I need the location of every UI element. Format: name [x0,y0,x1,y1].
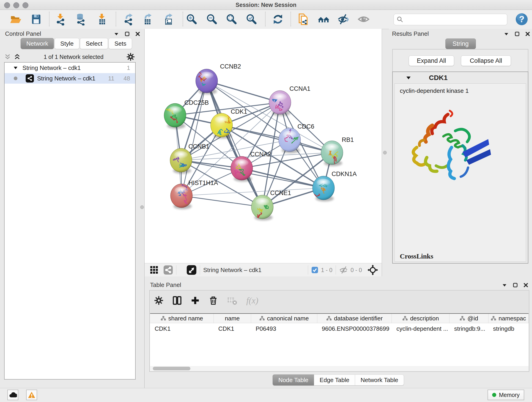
network-node-CCNB2[interactable] [196,69,218,95]
float-panel-icon[interactable] [515,32,520,36]
right-splitter-handle[interactable] [383,151,387,154]
collapse-gene-icon[interactable] [406,75,411,80]
network-edge-HIST1H1A-CCNE1[interactable] [181,196,262,207]
selected-checkbox-icon[interactable] [311,267,318,274]
duplicate-network-button[interactable] [297,13,310,26]
column-header-database-identifier[interactable]: database identifier [317,314,392,323]
export-image-button[interactable] [162,13,176,26]
network-row[interactable]: String Network – cdk1 11 48 [5,73,135,84]
node-label-RB1: RB1 [342,136,354,143]
scrollbar-thumb[interactable] [153,367,190,370]
zoom-in-button[interactable] [185,13,198,26]
close-panel-icon[interactable] [523,283,528,288]
first-neighbors-button[interactable] [317,13,330,26]
network-node-CDC25B[interactable] [164,103,186,129]
table-cell[interactable]: CDK1 [214,323,251,334]
tab-sets[interactable]: Sets [109,38,132,49]
save-session-button[interactable] [30,13,43,26]
network-view-canvas[interactable]: CCNB2CCNA1CDC25BCDK1CDC6RB1CCNB1CCNA2CDK… [145,29,382,263]
tab-node-table[interactable]: Node Table [273,375,314,385]
tab-select[interactable]: Select [80,38,108,49]
table-panel-splitter[interactable] [145,276,532,281]
network-edge-CCNB2-CCNE1[interactable] [207,81,262,207]
column-header-description[interactable]: description [392,314,450,323]
grid-view-icon[interactable] [150,265,159,274]
memory-button[interactable]: Memory [488,390,524,400]
network-view-title: String Network – cdk1 [203,267,261,274]
zoom-fit-button[interactable] [225,13,238,26]
column-header-namespac[interactable]: namespac [488,314,529,323]
warnings-button[interactable] [26,390,37,400]
zoom-out-button[interactable] [205,13,219,26]
network-node-CCNA1[interactable] [269,90,291,116]
network-node-HIST1H1A[interactable] [171,184,192,209]
table-cell[interactable]: cyclin-dependent ... [392,323,450,334]
network-node-CDKN1A[interactable] [310,176,335,201]
network-node-CCNA2[interactable] [231,156,253,182]
table-cell[interactable]: stringdb:9... [450,323,488,334]
table-cell[interactable]: 9606.ENSP00000378699 [317,323,392,334]
zoom-selected-button[interactable] [245,13,258,26]
expand-all-icon[interactable] [14,53,21,60]
close-panel-icon[interactable] [135,32,140,36]
show-columns-icon[interactable] [172,296,182,305]
table-gear-icon[interactable] [154,296,163,305]
close-panel-icon[interactable] [525,32,530,36]
left-splitter-handle[interactable] [140,205,144,209]
gear-icon[interactable] [127,53,135,61]
goto-network-icon[interactable] [186,265,196,275]
network-node-CCNE1[interactable] [251,195,273,220]
export-network-button[interactable] [122,13,136,26]
network-collection-row[interactable]: String Network – cdk1 1 [5,63,135,73]
panel-menu-icon[interactable] [502,282,507,288]
import-table-button[interactable] [95,13,109,26]
search-input[interactable] [405,16,507,23]
export-table-button[interactable] [141,13,155,26]
tab-network-table[interactable]: Network Table [355,375,404,385]
collapse-all-icon[interactable] [4,53,11,60]
network-edge-CDK1-RB1[interactable] [222,125,332,153]
open-session-button[interactable] [9,13,22,26]
collapse-all-button[interactable]: Collapse All [461,56,511,66]
float-panel-icon[interactable] [513,283,518,288]
current-network-dot [14,77,17,80]
column-header-canonical-name[interactable]: canonical name [251,314,317,323]
tab-network[interactable]: Network [21,38,54,49]
network-node-RB1[interactable] [321,141,343,166]
tab-style[interactable]: Style [55,38,79,49]
import-network-database-button[interactable] [74,13,87,26]
gene-card-header[interactable]: CDK1 [393,72,528,83]
birdseye-icon[interactable] [367,265,378,275]
column-header-name[interactable]: name [214,314,251,323]
network-edge-CCNB2-HIST1H1A[interactable] [181,81,207,196]
hide-selected-button[interactable] [336,13,350,26]
add-column-icon[interactable] [191,296,200,305]
network-edge-CCNB2-CCNA1[interactable] [207,81,280,102]
network-node-CCNB1[interactable] [170,148,192,174]
cloud-button[interactable] [7,390,18,400]
panel-menu-icon[interactable] [504,31,509,37]
table-cell[interactable]: P06493 [251,323,317,334]
network-node-CDK1[interactable] [210,113,233,139]
table-cell[interactable]: CDK1 [150,323,214,334]
network-node-CDC6[interactable] [279,128,301,153]
table-cell[interactable]: stringdb [488,323,529,334]
delete-column-icon[interactable] [209,296,218,305]
column-header--id[interactable]: @id [450,314,488,323]
help-button[interactable]: ? [515,13,528,26]
refresh-button[interactable] [271,13,285,26]
float-panel-icon[interactable] [125,32,130,36]
table-horizontal-scrollbar[interactable] [150,366,529,371]
column-header-shared-name[interactable]: shared name [150,314,214,323]
expand-all-button[interactable]: Expand All [409,56,454,66]
network-overview-icon[interactable] [163,265,173,275]
import-network-file-button[interactable] [54,13,67,26]
hidden-eye-icon[interactable] [339,266,348,274]
collection-label: String Network – cdk1 [22,64,127,71]
table-row[interactable]: CDK1CDK1P064939606.ENSP00000378699cyclin… [150,323,529,334]
tab-edge-table[interactable]: Edge Table [314,375,355,385]
tree-expand-icon[interactable] [13,65,18,70]
show-hidden-button[interactable] [357,13,370,26]
tab-string[interactable]: String [445,38,476,49]
panel-menu-icon[interactable] [114,31,119,37]
